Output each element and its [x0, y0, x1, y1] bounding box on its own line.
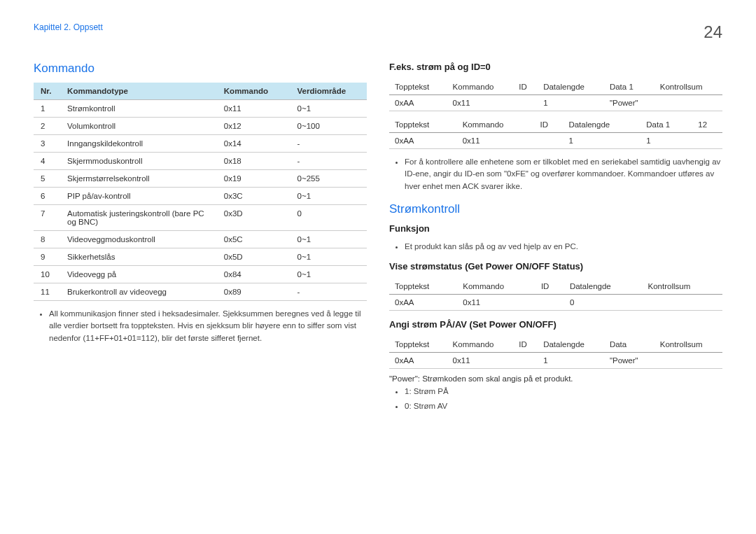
th: Kontrollsum: [654, 79, 722, 95]
left-note-list: All kommunikasjon finner sted i heksades…: [34, 308, 367, 344]
table-row: 0xAA 0x11 1 "Power": [389, 353, 722, 369]
th: Data 1: [604, 79, 654, 95]
view-status-table: Topptekst Kommando ID Datalengde Kontrol…: [389, 279, 722, 311]
content-columns: Kommando Nr. Kommandotype Kommando Verdi…: [34, 62, 722, 416]
td: 1: [640, 133, 692, 149]
td: 7: [34, 205, 60, 231]
td: 0x11: [217, 100, 290, 118]
td: 0~1: [290, 188, 367, 205]
td: 0~1: [290, 248, 367, 266]
left-note: All kommunikasjon finner sted i heksades…: [49, 308, 367, 344]
th: Kommando: [457, 117, 535, 133]
td: PIP på/av-kontroll: [60, 188, 217, 205]
td: Automatisk justeringskontroll (bare PC o…: [60, 205, 217, 231]
table-row: 4Skjermmoduskontroll0x18-: [34, 153, 367, 170]
set-power-heading: Angi strøm PÅ/AV (Set Power ON/OFF): [389, 319, 722, 330]
td: Sikkerhetslås: [60, 248, 217, 266]
table-header-row: Topptekst Kommando ID Datalengde Kontrol…: [389, 279, 722, 295]
td: 0x11: [457, 295, 536, 311]
table-row: 7Automatisk justeringskontroll (bare PC …: [34, 205, 367, 231]
td: 0~255: [290, 170, 367, 188]
td: [643, 295, 722, 311]
th: ID: [513, 337, 538, 353]
th: Topptekst: [389, 117, 457, 133]
th: ID: [536, 279, 564, 295]
td: [513, 353, 538, 369]
th: Topptekst: [389, 279, 457, 295]
th: 12: [692, 117, 722, 133]
table-header-row: Nr. Kommandotype Kommando Verdiområde: [34, 83, 367, 100]
td: 9: [34, 248, 60, 266]
th-range: Verdiområde: [290, 83, 367, 100]
th: Kommando: [457, 279, 536, 295]
td: 0x3C: [217, 188, 290, 205]
td: [654, 95, 722, 111]
table-row: 2Volumkontroll0x120~100: [34, 118, 367, 135]
table-row: 9Sikkerhetslås0x5D0~1: [34, 248, 367, 266]
td: 0xAA: [389, 295, 457, 311]
td: 0~1: [290, 231, 367, 248]
td: [535, 133, 564, 149]
td: 1: [538, 353, 604, 369]
td: [692, 133, 722, 149]
right-column: F.eks. strøm på og ID=0 Topptekst Komman…: [389, 62, 722, 416]
power-off-item: 0: Strøm AV: [405, 400, 722, 412]
example-heading: F.eks. strøm på og ID=0: [389, 62, 722, 72]
td: 0x14: [217, 135, 290, 153]
power-on-item: 1: Strøm PÅ: [405, 386, 722, 398]
td: 0x5D: [217, 248, 290, 266]
td: Videovegg på: [60, 266, 217, 283]
th: ID: [513, 79, 538, 95]
table-row: 5Skjermstørrelsekontroll0x190~255: [34, 170, 367, 188]
th: Datalengde: [563, 117, 640, 133]
td: -: [290, 283, 367, 301]
th: Data: [604, 337, 654, 353]
power-values-list: 1: Strøm PÅ 0: Strøm AV: [389, 386, 722, 413]
th: Kontrollsum: [643, 279, 722, 295]
td: "Power": [604, 95, 654, 111]
example-table-1: Topptekst Kommando ID Datalengde Data 1 …: [389, 79, 722, 111]
td: 0x5C: [217, 231, 290, 248]
td: -: [290, 135, 367, 153]
td: 0x11: [457, 133, 535, 149]
td: 0x12: [217, 118, 290, 135]
td: 0x11: [447, 95, 514, 111]
td: 1: [563, 133, 640, 149]
breadcrumb: Kapittel 2. Oppsett: [34, 22, 103, 32]
td: "Power": [604, 353, 654, 369]
td: 10: [34, 266, 60, 283]
td: 0~1: [290, 100, 367, 118]
th-nr: Nr.: [34, 83, 60, 100]
th: Datalengde: [564, 279, 643, 295]
td: 0: [290, 205, 367, 231]
section-title-stromkontroll: Strømkontroll: [389, 202, 722, 216]
td: [536, 295, 564, 311]
funksjon-note-list: Et produkt kan slås på og av ved hjelp a…: [389, 241, 722, 253]
td: Skjermstørrelsekontroll: [60, 170, 217, 188]
td: 2: [34, 118, 60, 135]
td: 0~1: [290, 266, 367, 283]
view-status-heading: Vise strømstatus (Get Power ON/OFF Statu…: [389, 261, 722, 272]
th: Datalengde: [538, 79, 604, 95]
td: [513, 95, 538, 111]
table-row: 10Videovegg på0x840~1: [34, 266, 367, 283]
td: 0xAA: [389, 133, 457, 149]
td: Strømkontroll: [60, 100, 217, 118]
table-row: 8Videoveggmoduskontroll0x5C0~1: [34, 231, 367, 248]
td: Brukerkontroll av videovegg: [60, 283, 217, 301]
left-column: Kommando Nr. Kommandotype Kommando Verdi…: [34, 62, 367, 416]
td: 0x11: [447, 353, 514, 369]
th-type: Kommandotype: [60, 83, 217, 100]
th: Kontrollsum: [654, 337, 722, 353]
td: 5: [34, 170, 60, 188]
example-table-2: Topptekst Kommando ID Datalengde Data 1 …: [389, 117, 722, 149]
td: 4: [34, 153, 60, 170]
page-number: 24: [704, 22, 722, 42]
th: Data 1: [640, 117, 692, 133]
td: 0x84: [217, 266, 290, 283]
th: Topptekst: [389, 337, 447, 353]
power-desc: "Power": Strømkoden som skal angis på et…: [389, 374, 722, 383]
command-table: Nr. Kommandotype Kommando Verdiområde 1S…: [34, 83, 367, 301]
td: 3: [34, 135, 60, 153]
td: [654, 353, 722, 369]
